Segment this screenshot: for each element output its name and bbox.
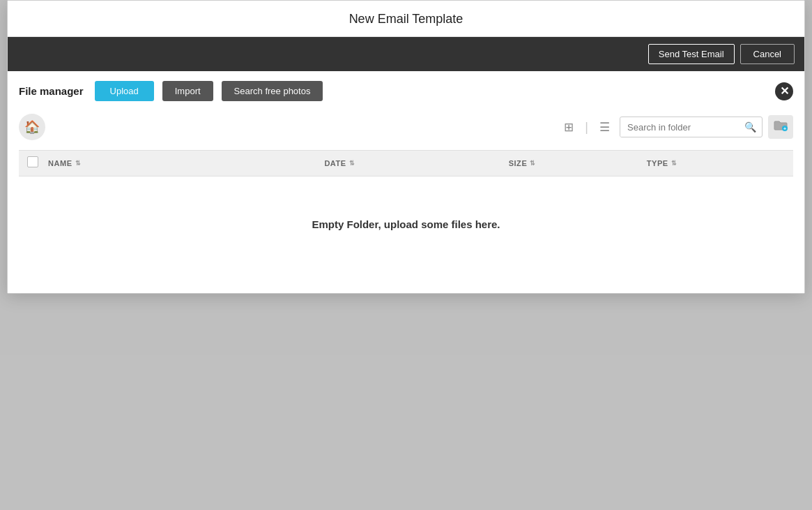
th-checkbox[interactable] bbox=[27, 156, 48, 170]
th-size[interactable]: SIZE ⇅ bbox=[509, 159, 647, 167]
close-button[interactable]: ✕ bbox=[775, 82, 793, 100]
fm-empty-state: Empty Folder, upload some files here. bbox=[19, 177, 793, 286]
upload-button[interactable]: Upload bbox=[95, 81, 154, 101]
view-separator: | bbox=[585, 120, 588, 135]
name-sort-icon: ⇅ bbox=[75, 160, 82, 167]
import-button[interactable]: Import bbox=[162, 81, 213, 101]
svg-text:+: + bbox=[783, 126, 786, 131]
search-button[interactable]: 🔍 bbox=[739, 117, 762, 137]
th-name[interactable]: NAME ⇅ bbox=[48, 159, 324, 167]
size-sort-icon: ⇅ bbox=[530, 160, 536, 167]
list-view-button[interactable]: ☰ bbox=[595, 117, 614, 137]
th-date[interactable]: DATE ⇅ bbox=[324, 159, 508, 167]
fm-nav-left: 🏠 bbox=[19, 114, 45, 140]
home-button[interactable]: 🏠 bbox=[19, 114, 45, 140]
search-input[interactable] bbox=[620, 118, 739, 137]
search-icon: 🔍 bbox=[744, 121, 756, 133]
date-sort-icon: ⇅ bbox=[349, 160, 355, 167]
close-icon: ✕ bbox=[780, 84, 789, 98]
type-sort-icon: ⇅ bbox=[671, 160, 677, 167]
cancel-button[interactable]: Cancel bbox=[740, 44, 795, 64]
th-type[interactable]: TYPE ⇅ bbox=[647, 159, 785, 167]
search-free-photos-button[interactable]: Search free photos bbox=[222, 81, 323, 101]
home-icon: 🏠 bbox=[24, 119, 40, 135]
fm-nav-bar: 🏠 ⊞ | ☰ 🔍 bbox=[19, 111, 793, 143]
fm-table-header: NAME ⇅ DATE ⇅ SIZE ⇅ TYPE ⇅ bbox=[19, 150, 793, 177]
file-manager: File manager Upload Import Search free p… bbox=[8, 71, 804, 293]
grid-icon: ⊞ bbox=[564, 121, 574, 134]
send-test-email-button[interactable]: Send Test Email bbox=[648, 44, 735, 64]
select-all-checkbox[interactable] bbox=[27, 156, 38, 167]
grid-view-button[interactable]: ⊞ bbox=[560, 117, 578, 137]
folder-action-button[interactable]: + bbox=[768, 115, 793, 139]
modal-title-bar: New Email Template bbox=[8, 1, 804, 37]
modal: New Email Template Send Test Email Cance… bbox=[7, 0, 805, 294]
fm-nav-right: ⊞ | ☰ 🔍 bbox=[560, 115, 793, 139]
search-folder-wrap: 🔍 bbox=[620, 117, 763, 137]
file-manager-header: File manager Upload Import Search free p… bbox=[19, 81, 793, 101]
modal-overlay: New Email Template Send Test Email Cance… bbox=[0, 0, 812, 510]
file-manager-label: File manager bbox=[19, 85, 84, 97]
list-icon: ☰ bbox=[599, 121, 610, 134]
modal-title: New Email Template bbox=[8, 12, 804, 27]
folder-icon: + bbox=[774, 120, 788, 134]
empty-message: Empty Folder, upload some files here. bbox=[312, 218, 500, 230]
modal-toolbar: Send Test Email Cancel bbox=[8, 37, 804, 71]
